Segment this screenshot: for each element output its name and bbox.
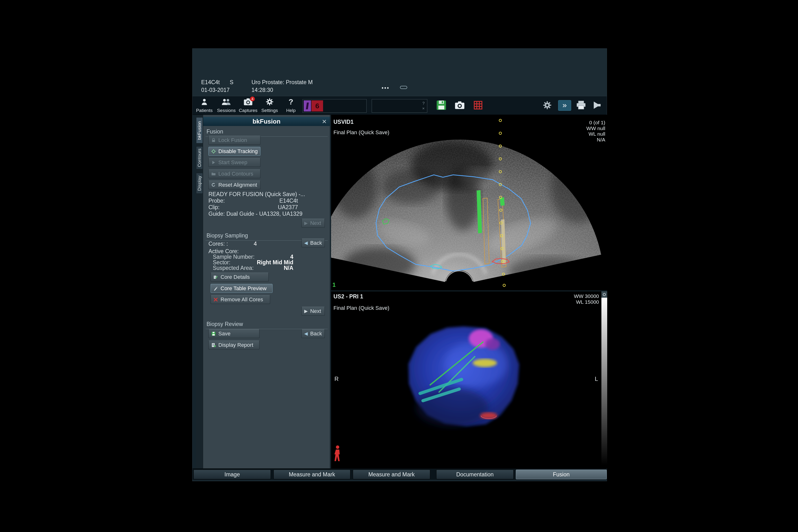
suspected-area-row: Suspected Area: N/A: [213, 265, 293, 271]
fusion-next-button[interactable]: ▶ Next: [302, 218, 325, 228]
lock-fusion-button[interactable]: Lock Fusion: [208, 136, 261, 145]
snapshot-button[interactable]: [454, 100, 465, 111]
print-button[interactable]: [575, 100, 587, 111]
person-icon: [200, 98, 208, 106]
display-report-button[interactable]: Display Report: [208, 341, 260, 349]
floppy-save-icon: [211, 331, 216, 336]
fusion-status: READY FOR FUSION (Quick Save) -...: [208, 191, 298, 197]
guide-text: Guide: Dual Guide - UA1328, UA1329: [208, 211, 303, 217]
grayscale-window-bar[interactable]: [602, 291, 607, 465]
chevrons-icon: »: [563, 100, 567, 110]
remove-all-cores-button[interactable]: Remove All Cores: [211, 295, 270, 304]
sessions-button[interactable]: Sessions: [216, 97, 237, 114]
review-back-button[interactable]: ◀ Back: [302, 329, 325, 338]
patients-button[interactable]: Patients: [194, 97, 215, 114]
core-details-icon: [213, 275, 218, 280]
help-button[interactable]: ? Help: [280, 97, 302, 114]
panel-close-button[interactable]: ×: [320, 117, 329, 126]
reset-alignment-label: Reset Alignment: [218, 182, 257, 188]
save-button[interactable]: Save: [208, 329, 260, 338]
suspected-area-label: Suspected Area:: [213, 265, 254, 271]
settings-button[interactable]: Settings: [259, 97, 280, 114]
announce-button[interactable]: [591, 100, 602, 111]
clip-value: UA2377: [278, 204, 298, 211]
megaphone-icon: [592, 101, 602, 109]
sampling-next-button[interactable]: ▶ Next: [302, 307, 325, 316]
sampling-back-label: Back: [310, 240, 322, 246]
load-contours-button[interactable]: Load Contours: [208, 169, 261, 178]
secondary-slot[interactable]: ? ×: [372, 99, 427, 113]
review-section-header: Biopsy Review: [206, 321, 328, 329]
workflow-tab-bar: Image Measure and Mark Measure and Mark …: [192, 469, 607, 480]
wl-value: WL null: [586, 131, 605, 137]
pencil-icon: [213, 286, 218, 291]
probe-slot[interactable]: 6: [303, 99, 366, 113]
side-tab-bkfusion[interactable]: bkFusion: [196, 117, 203, 144]
more-tools-button[interactable]: »: [558, 100, 571, 111]
start-sweep-label: Start Sweep: [218, 159, 247, 166]
start-sweep-button[interactable]: Start Sweep: [208, 158, 261, 167]
orientation-right: R: [335, 376, 339, 382]
sampling-back-button[interactable]: ◀ Back: [302, 239, 325, 247]
load-contours-label: Load Contours: [218, 171, 253, 177]
side-tab-display[interactable]: Display: [196, 173, 203, 194]
next-arrow-icon: ▶: [304, 308, 308, 314]
disable-tracking-button[interactable]: Disable Tracking: [208, 147, 261, 156]
cores-label: Cores: :: [208, 241, 228, 247]
patients-label: Patients: [196, 108, 213, 113]
probe-value: E14C4t: [279, 197, 298, 204]
tab-fusion[interactable]: Fusion: [516, 470, 607, 479]
remove-all-cores-label: Remove All Cores: [221, 297, 263, 303]
tab-documentation[interactable]: Documentation: [436, 470, 514, 479]
display-report-label: Display Report: [218, 342, 253, 348]
knob-circle-icon: [603, 293, 606, 296]
tab-image[interactable]: Image: [193, 470, 271, 479]
help-label: Help: [286, 108, 296, 113]
fusion-status-text: READY FOR FUSION (Quick Save) -...: [208, 191, 305, 197]
lock-icon: [211, 138, 216, 143]
core-details-button[interactable]: Core Details: [211, 272, 269, 282]
floppy-save-icon: [436, 100, 446, 110]
wl-value: WL 15000: [574, 299, 599, 305]
save-capture-button[interactable]: [436, 100, 447, 111]
side-tab-contours[interactable]: Contours: [196, 146, 203, 169]
orientation-left: L: [595, 376, 598, 382]
ultrasound-view[interactable]: USVID1 Final Plan (Quick Save) 0 (of 1) …: [331, 117, 607, 290]
gear-icon: [266, 98, 273, 106]
captures-button[interactable]: 4 Captures: [238, 97, 259, 114]
core-details-label: Core Details: [221, 274, 250, 280]
cores-value: 4: [254, 241, 257, 247]
v3d-plan-label: Final Plan (Quick Save): [334, 305, 389, 311]
reset-alignment-button[interactable]: Reset Alignment: [208, 180, 261, 189]
setup-button[interactable]: [542, 100, 553, 111]
printer-icon: [576, 101, 586, 110]
tab-measure-and-mark-1[interactable]: Measure and Mark: [273, 470, 350, 479]
window-level-knob[interactable]: [602, 291, 607, 298]
back-arrow-icon: ◀: [304, 240, 308, 246]
review-back-label: Back: [310, 330, 322, 337]
clip-label: Clip:: [208, 204, 220, 211]
grayscale-gradient[interactable]: [602, 298, 607, 465]
patient-header: E14C4t S Uro Prostate: Prostate M 01-03-…: [192, 49, 607, 96]
patient-flag: S: [230, 79, 233, 86]
probe-mark-icon: [306, 102, 309, 109]
tab-measure-and-mark-2[interactable]: Measure and Mark: [353, 470, 430, 479]
main-toolbar: Patients Sessions 4 Captures Settings ? …: [192, 96, 607, 115]
next-arrow-icon: ▶: [304, 220, 308, 226]
mini-help-icon[interactable]: ?: [422, 101, 425, 106]
mini-clear-icon[interactable]: ×: [422, 107, 425, 111]
core-table-preview-label: Core Table Preview: [221, 285, 266, 292]
side-tab-strip: bkFusion Contours Display: [196, 115, 203, 469]
na-value: N/A: [586, 137, 605, 143]
model-3d-view[interactable]: US2 - PRI 1 WW 30000 WL 15000 Final Plan…: [331, 291, 607, 465]
status-dots-icon: •••: [382, 85, 390, 91]
core-table-preview-button[interactable]: Core Table Preview: [211, 284, 272, 293]
us-meta: 0 (of 1) WW null WL null N/A: [586, 120, 605, 142]
us-view-title: USVID1: [334, 119, 354, 125]
folder-icon: [211, 171, 216, 176]
suspected-area-value: N/A: [284, 265, 293, 271]
tracking-crosshair-icon: [211, 149, 216, 154]
us-plan-label: Final Plan (Quick Save): [334, 129, 389, 136]
grid-button[interactable]: [473, 100, 483, 111]
patient-orientation-figure: [334, 445, 342, 462]
